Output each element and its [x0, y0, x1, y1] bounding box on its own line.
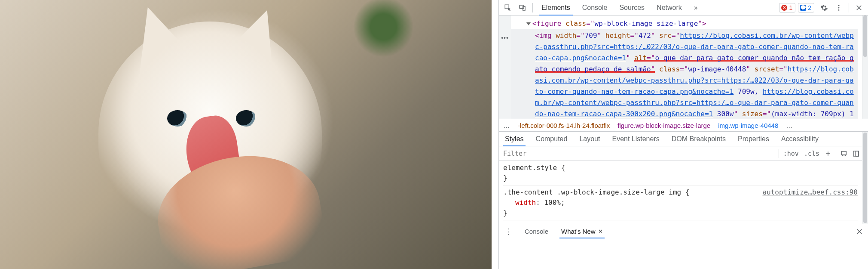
- crumb-img[interactable]: img.wp-image-40448: [718, 122, 778, 129]
- svg-point-5: [838, 9, 840, 10]
- dom-node-img[interactable]: <img width="709" height="472" src="https…: [511, 29, 858, 119]
- dom-tree[interactable]: <figure class="wp-block-image size-large…: [511, 15, 862, 119]
- cat-eye: [167, 110, 188, 127]
- dom-breadcrumbs: … -left.color-000.fs-14.lh-24.floatfix f…: [499, 119, 868, 132]
- stab-styles[interactable]: Styles: [499, 132, 530, 146]
- rendering-emulation-icon[interactable]: [838, 148, 850, 160]
- tab-console[interactable]: Console: [576, 0, 614, 15]
- errors-badge[interactable]: 1: [779, 3, 795, 12]
- crumb-figure[interactable]: figure.wp-block-image.size-large: [617, 122, 710, 129]
- tab-network[interactable]: Network: [651, 0, 688, 15]
- close-devtools-icon[interactable]: [852, 0, 866, 15]
- crumb-more-right[interactable]: …: [786, 122, 793, 129]
- drawer-menu-icon[interactable]: ⋮: [502, 227, 515, 236]
- drawer-tab-whats-new[interactable]: What's New ✕: [558, 224, 606, 238]
- close-drawer-icon[interactable]: [854, 224, 865, 239]
- devtools-toolbar: Elements Console Sources Network » 1 2: [499, 0, 868, 15]
- devtools-drawer: ⋮ Console What's New ✕: [499, 224, 868, 238]
- expand-arrow-icon[interactable]: [526, 22, 531, 25]
- dom-node-figure[interactable]: <figure class="wp-block-image size-large…: [511, 18, 858, 29]
- css-source-link[interactable]: autoptimize…beef.css:90: [762, 187, 858, 198]
- stab-layout[interactable]: Layout: [573, 132, 606, 146]
- issues-count: 2: [808, 4, 811, 11]
- error-icon: [781, 5, 787, 11]
- toggle-cls-button[interactable]: .cls: [801, 150, 822, 158]
- kebab-menu-icon[interactable]: [831, 0, 846, 15]
- styles-filter-input[interactable]: [499, 146, 777, 161]
- stab-dom-breakpoints[interactable]: DOM Breakpoints: [666, 132, 732, 146]
- close-tab-icon[interactable]: ✕: [598, 228, 603, 235]
- computed-sidebar-icon[interactable]: [850, 148, 862, 160]
- inspect-element-icon[interactable]: [501, 0, 515, 15]
- styles-filter-row: :hov .cls: [499, 146, 862, 161]
- css-rule-element-style[interactable]: element.style { }: [503, 163, 858, 186]
- svg-point-4: [838, 7, 840, 8]
- settings-icon[interactable]: [817, 0, 831, 15]
- new-style-rule-icon[interactable]: [822, 148, 834, 160]
- svg-rect-6: [842, 151, 847, 155]
- stab-computed[interactable]: Computed: [530, 132, 574, 146]
- dom-gutter: •••: [499, 15, 511, 119]
- pane-gap: [492, 0, 498, 269]
- tab-more[interactable]: »: [688, 0, 704, 15]
- issues-badge[interactable]: 2: [798, 3, 814, 12]
- styles-scrollbar[interactable]: [862, 132, 868, 224]
- stab-properties[interactable]: Properties: [732, 132, 775, 146]
- inspected-page-image: [0, 0, 492, 269]
- device-toolbar-icon[interactable]: [515, 0, 530, 15]
- drawer-tab-console[interactable]: Console: [521, 224, 552, 238]
- dom-tree-container: ••• <figure class="wp-block-image size-l…: [499, 15, 862, 119]
- crumb-ancestor[interactable]: -left.color-000.fs-14.lh-24.floatfix: [518, 122, 610, 129]
- separator: [532, 3, 533, 12]
- toggle-hov-button[interactable]: :hov: [781, 150, 801, 158]
- css-rules[interactable]: element.style { } autoptimize…beef.css:9…: [499, 161, 862, 224]
- issues-icon: [800, 5, 806, 11]
- stab-event-listeners[interactable]: Event Listeners: [606, 132, 665, 146]
- main-tabbar: Elements Console Sources Network »: [535, 0, 704, 15]
- crumb-more-left[interactable]: …: [503, 122, 510, 129]
- tab-sources[interactable]: Sources: [613, 0, 651, 15]
- svg-rect-8: [856, 151, 859, 156]
- svg-point-3: [838, 5, 840, 6]
- errors-count: 1: [789, 4, 792, 11]
- stab-accessibility[interactable]: Accessibility: [775, 132, 825, 146]
- tab-elements[interactable]: Elements: [535, 0, 576, 15]
- dom-scrollbar[interactable]: [862, 15, 868, 119]
- devtools-panel: Elements Console Sources Network » 1 2 •…: [498, 0, 868, 269]
- separator: [849, 3, 849, 12]
- styles-tabbar: Styles Computed Layout Event Listeners D…: [499, 132, 862, 146]
- css-rule-image[interactable]: autoptimize…beef.css:90 .the-content .wp…: [503, 187, 858, 220]
